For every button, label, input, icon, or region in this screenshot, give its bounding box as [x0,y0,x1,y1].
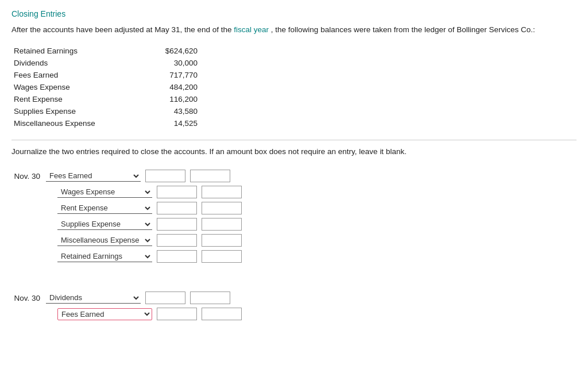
balance-row: Supplies Expense 43,580 [14,105,577,117]
balance-label: Supplies Expense [14,107,140,116]
amount-input[interactable] [202,186,242,198]
amount-input[interactable] [157,218,197,231]
amount-input[interactable] [157,202,197,214]
balance-value: 14,525 [140,119,198,128]
balance-label: Rent Expense [14,95,140,103]
balance-value: 30,000 [140,59,198,67]
journal-entry-1: Nov. 30Fees EarnedWages ExpenseRent Expe… [11,170,577,263]
amount-input[interactable] [202,308,242,320]
balance-label: Fees Earned [14,71,140,79]
balance-label: Retained Earnings [14,47,140,55]
balance-row: Retained Earnings $624,620 [14,45,577,57]
account-select[interactable]: Fees EarnedWages ExpenseRent ExpenseSupp… [57,186,152,198]
entry-date: Nov. 30 [11,294,46,302]
balance-label: Dividends [14,59,140,67]
amount-input[interactable] [202,202,242,214]
journal-row: Fees EarnedWages ExpenseRent ExpenseSupp… [11,250,577,263]
amount-input[interactable] [157,234,197,247]
journal-row: Nov. 30Fees EarnedWages ExpenseRent Expe… [11,170,577,182]
balance-row: Rent Expense 116,200 [14,93,577,105]
journal-row: Fees EarnedWages ExpenseRent ExpenseSupp… [11,218,577,231]
account-select[interactable]: Fees EarnedWages ExpenseRent ExpenseSupp… [46,292,141,304]
amount-input[interactable] [202,234,242,247]
amount-input[interactable] [157,186,197,198]
balance-table: Retained Earnings $624,620 Dividends 30,… [14,45,577,129]
amount-input[interactable] [145,170,185,182]
balance-row: Dividends 30,000 [14,57,577,69]
instruction-text: Journalize the two entries required to c… [11,140,577,156]
balance-value: 484,200 [140,83,198,91]
amount-input[interactable] [202,250,242,263]
balance-value: 43,580 [140,107,198,116]
balance-value: 116,200 [140,95,198,103]
intro-paragraph: After the accounts have been adjusted at… [11,24,577,36]
amount-input[interactable] [190,292,230,304]
amount-input[interactable] [145,292,185,304]
amount-input[interactable] [202,218,242,231]
balance-value: $624,620 [140,47,198,55]
balance-row: Miscellaneous Expense 14,525 [14,117,577,129]
balance-label: Wages Expense [14,83,140,91]
account-select[interactable]: Fees EarnedWages ExpenseRent ExpenseSupp… [57,235,152,246]
journal-row: Nov. 30Fees EarnedWages ExpenseRent Expe… [11,292,577,304]
balance-row: Wages Expense 484,200 [14,81,577,93]
account-select[interactable]: Fees EarnedWages ExpenseRent ExpenseSupp… [57,251,152,262]
journal-row: Fees EarnedWages ExpenseRent ExpenseSupp… [11,308,577,320]
journal-row: Fees EarnedWages ExpenseRent ExpenseSupp… [11,186,577,198]
journal-row: Fees EarnedWages ExpenseRent ExpenseSupp… [11,202,577,214]
account-select[interactable]: Fees EarnedWages ExpenseRent ExpenseSupp… [57,202,152,214]
account-select[interactable]: Fees EarnedWages ExpenseRent ExpenseSupp… [46,170,141,182]
amount-input[interactable] [190,170,230,182]
amount-input[interactable] [157,308,197,320]
balance-label: Miscellaneous Expense [14,119,140,128]
fiscal-year-link[interactable]: fiscal year [234,25,269,34]
balance-value: 717,770 [140,71,198,79]
entry-date: Nov. 30 [11,172,46,181]
journal-entry-2: Nov. 30Fees EarnedWages ExpenseRent Expe… [11,292,577,320]
balance-row: Fees Earned 717,770 [14,69,577,81]
account-select[interactable]: Fees EarnedWages ExpenseRent ExpenseSupp… [57,218,152,230]
journal-row: Fees EarnedWages ExpenseRent ExpenseSupp… [11,234,577,247]
closing-title: Closing Entries [11,9,577,18]
amount-input[interactable] [157,250,197,263]
account-select[interactable]: Fees EarnedWages ExpenseRent ExpenseSupp… [57,308,152,320]
